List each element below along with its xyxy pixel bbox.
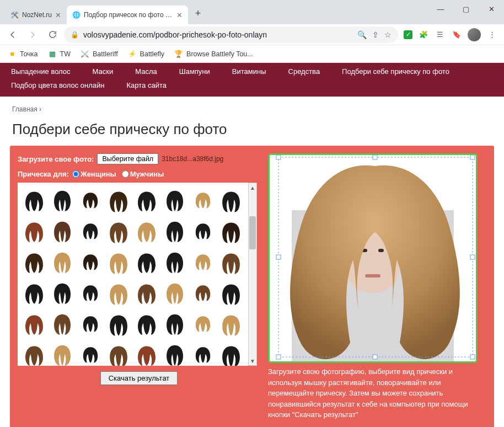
hairstyle-thumbnail[interactable] — [218, 186, 245, 216]
new-tab-button[interactable]: + — [190, 6, 206, 21]
hairstyle-thumbnail[interactable] — [21, 186, 48, 216]
hairstyle-thumbnail[interactable] — [49, 248, 76, 277]
nav-item[interactable]: Подбор цвета волос онлайн — [11, 79, 105, 93]
hairstyle-thumbnail[interactable] — [190, 309, 217, 339]
hairstyle-thumbnail[interactable] — [218, 340, 245, 366]
hairstyle-thumbnail[interactable] — [133, 217, 160, 247]
nav-item[interactable]: Шампуни — [179, 65, 210, 79]
nav-item[interactable]: Витамины — [232, 65, 266, 79]
nav-item[interactable]: Средства — [288, 65, 320, 79]
nav-item[interactable]: Карта сайта — [127, 79, 167, 93]
scroll-down-icon[interactable]: ▼ — [249, 356, 256, 365]
minimize-button[interactable]: — — [428, 0, 453, 18]
hairstyle-thumbnail[interactable] — [162, 186, 189, 216]
hairstyle-thumbnail[interactable] — [162, 279, 189, 308]
hairstyle-thumbnail[interactable] — [218, 248, 245, 277]
url-input[interactable] — [83, 30, 353, 39]
back-button[interactable] — [4, 26, 21, 43]
puzzle-icon[interactable]: 🧩 — [418, 29, 429, 40]
hairstyle-thumbnail[interactable] — [190, 217, 217, 247]
hairstyle-thumbnail[interactable] — [21, 309, 48, 339]
close-icon[interactable]: ✕ — [176, 11, 183, 19]
hairstyle-thumbnail[interactable] — [49, 186, 76, 216]
preview-frame[interactable] — [268, 153, 478, 363]
hairstyle-thumbnail[interactable] — [133, 340, 160, 366]
scroll-up-icon[interactable]: ▲ — [249, 183, 256, 192]
nav-item[interactable]: Масла — [135, 65, 157, 79]
radio-women[interactable] — [72, 170, 79, 178]
hairstyle-thumbnail[interactable] — [190, 248, 217, 277]
hairstyle-thumbnail[interactable] — [105, 186, 132, 216]
address-bar[interactable]: 🔒 🔍 ⇪ ☆ — [64, 26, 398, 43]
tab-title: NozNet.ru — [22, 11, 52, 19]
hairstyle-thumbnail[interactable] — [133, 309, 160, 339]
hairstyle-thumbnail[interactable] — [162, 340, 189, 366]
bookmark-tochka[interactable]: ■Точка — [8, 50, 38, 58]
browser-titlebar: 🛠️ NozNet.ru ✕ 🌐 Подбор причесок по фото… — [0, 0, 504, 24]
share-icon[interactable]: ⇪ — [372, 30, 379, 39]
hairstyle-thumbnail[interactable] — [21, 279, 48, 308]
hairstyle-thumbnail[interactable] — [105, 340, 132, 366]
hairstyle-thumbnail[interactable] — [105, 248, 132, 277]
hairstyle-thumbnail[interactable] — [77, 340, 104, 366]
hairstyle-thumbnail[interactable] — [218, 279, 245, 308]
hairstyle-thumbnail[interactable] — [162, 248, 189, 277]
hairstyle-thumbnail[interactable] — [162, 309, 189, 339]
hairstyle-gallery — [18, 183, 248, 366]
scroll-thumb[interactable] — [249, 216, 256, 249]
gallery-scrollbar[interactable]: ▲ ▼ — [248, 183, 257, 366]
hairstyle-thumbnail[interactable] — [162, 217, 189, 247]
bookmark-tw[interactable]: ▦TW — [48, 50, 71, 58]
maximize-button[interactable]: ▢ — [453, 0, 479, 18]
search-icon[interactable]: 🔍 — [357, 30, 367, 39]
list-icon[interactable]: ☰ — [435, 29, 446, 40]
hairstyle-thumbnail[interactable] — [49, 217, 76, 247]
bookmark-icon[interactable]: 🔖 — [451, 29, 462, 40]
forward-button[interactable] — [24, 26, 41, 43]
hairstyle-thumbnail[interactable] — [77, 309, 104, 339]
hairstyle-thumbnail[interactable] — [49, 340, 76, 366]
window-close-button[interactable]: ✕ — [479, 0, 504, 18]
hairstyle-thumbnail[interactable] — [105, 279, 132, 308]
hairstyle-thumbnail[interactable] — [133, 279, 160, 308]
extension-check-icon[interactable]: ✓ — [404, 30, 412, 39]
gender-label: Прическа для: — [18, 170, 69, 178]
reload-button[interactable] — [44, 26, 61, 43]
chevron-right-icon: › — [39, 105, 41, 113]
hairstyle-thumbnail[interactable] — [190, 279, 217, 308]
bookmark-battlefy[interactable]: 🏆Browse Battlefy Tou... — [174, 50, 253, 58]
breadcrumb-home[interactable]: Главная — [12, 105, 37, 113]
hairstyle-thumbnail[interactable] — [77, 279, 104, 308]
hairstyle-thumbnail[interactable] — [77, 217, 104, 247]
hairstyle-thumbnail[interactable] — [49, 279, 76, 308]
download-button[interactable]: Скачать результат — [100, 371, 178, 385]
nav-item[interactable]: Маски — [93, 65, 114, 79]
hairstyle-thumbnail[interactable] — [190, 340, 217, 366]
hairstyle-thumbnail[interactable] — [190, 186, 217, 216]
hairstyle-thumbnail[interactable] — [105, 309, 132, 339]
hairstyle-thumbnail[interactable] — [218, 217, 245, 247]
nav-item[interactable]: Выпадение волос — [11, 65, 71, 79]
hairstyle-thumbnail[interactable] — [21, 340, 48, 366]
hairstyle-thumbnail[interactable] — [49, 309, 76, 339]
close-icon[interactable]: ✕ — [55, 11, 61, 19]
bookmark-battleriff[interactable]: ⚔️Battleriff — [81, 50, 118, 58]
nav-item[interactable]: Подбери себе прическу по фото — [342, 65, 449, 79]
star-icon[interactable]: ☆ — [384, 30, 392, 39]
preview-column: Загрузите свою фотографию, выберите вид … — [268, 153, 486, 420]
hairstyle-thumbnail[interactable] — [218, 309, 245, 339]
hairstyle-thumbnail[interactable] — [133, 186, 160, 216]
hairstyle-thumbnail[interactable] — [77, 248, 104, 277]
hairstyle-thumbnail[interactable] — [21, 248, 48, 277]
bookmark-battlefly[interactable]: ⚡Battlefly — [128, 50, 164, 58]
hairstyle-thumbnail[interactable] — [105, 217, 132, 247]
choose-file-button[interactable]: Выберите файл — [97, 153, 158, 164]
profile-avatar[interactable] — [468, 28, 481, 41]
radio-men[interactable] — [122, 170, 129, 178]
tab-noznet[interactable]: 🛠️ NozNet.ru ✕ — [4, 6, 67, 24]
hairstyle-thumbnail[interactable] — [133, 248, 160, 277]
menu-icon[interactable]: ⋮ — [486, 29, 497, 40]
tab-current[interactable]: 🌐 Подбор причесок по фото онла ✕ — [67, 6, 188, 24]
hairstyle-thumbnail[interactable] — [21, 217, 48, 247]
hairstyle-thumbnail[interactable] — [77, 186, 104, 216]
